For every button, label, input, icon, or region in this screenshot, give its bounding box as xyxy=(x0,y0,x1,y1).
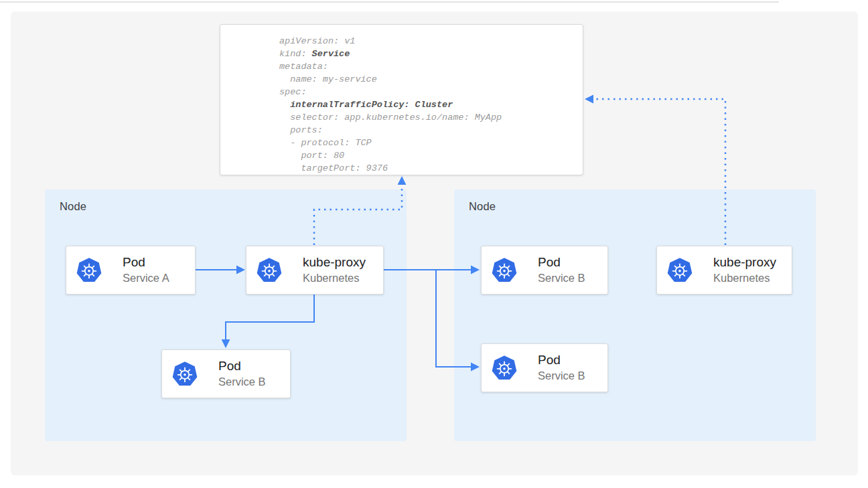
kubernetes-icon xyxy=(491,355,518,382)
card-title: kube-proxy xyxy=(713,254,776,270)
card-pod-service-b-right-bottom: Pod Service B xyxy=(481,343,608,392)
yaml-line: targetPort: 9376 xyxy=(279,162,583,175)
card-title: Pod xyxy=(123,254,169,270)
node-box-right: Node xyxy=(454,189,816,441)
yaml-line-internal-traffic-policy: internalTrafficPolicy: Cluster xyxy=(279,98,583,111)
yaml-line: - protocol: TCP xyxy=(279,137,583,149)
yaml-line: metadata: xyxy=(279,60,583,73)
card-subtitle: Service A xyxy=(123,270,169,286)
card-pod-service-a: Pod Service A xyxy=(66,246,196,295)
kubernetes-icon xyxy=(491,257,518,284)
card-subtitle: Service B xyxy=(218,374,266,390)
card-subtitle: Kubernetes xyxy=(303,270,366,286)
card-pod-service-b-left: Pod Service B xyxy=(161,349,291,398)
card-title: Pod xyxy=(538,254,585,270)
kubernetes-icon xyxy=(76,257,102,284)
yaml-line: name: my-service xyxy=(279,73,583,86)
yaml-line: ports: xyxy=(279,124,583,137)
yaml-line: kind: Service xyxy=(279,48,583,60)
page-top-divider xyxy=(0,1,779,3)
node-label: Node xyxy=(60,200,86,213)
card-title: Pod xyxy=(538,352,585,368)
yaml-line: selector: app.kubernetes.io/name: MyApp xyxy=(279,111,583,124)
node-label: Node xyxy=(469,200,496,213)
kubernetes-icon xyxy=(256,257,283,284)
card-title: Pod xyxy=(218,358,266,374)
card-subtitle: Service B xyxy=(538,368,585,384)
node-box-left: Node xyxy=(45,189,407,441)
yaml-line: spec: xyxy=(279,86,583,98)
yaml-manifest-card: apiVersion: v1 kind: Service metadata: n… xyxy=(220,24,583,175)
kubernetes-icon xyxy=(171,361,198,388)
card-pod-service-b-right-top: Pod Service B xyxy=(481,246,608,295)
yaml-line: apiVersion: v1 xyxy=(279,35,583,48)
kubernetes-icon xyxy=(666,257,693,284)
yaml-line: port: 80 xyxy=(279,149,583,162)
card-subtitle: Kubernetes xyxy=(713,270,776,286)
card-kube-proxy-left: kube-proxy Kubernetes xyxy=(246,246,384,295)
card-title: kube-proxy xyxy=(303,254,366,270)
card-subtitle: Service B xyxy=(538,270,585,286)
card-kube-proxy-right: kube-proxy Kubernetes xyxy=(656,246,792,295)
